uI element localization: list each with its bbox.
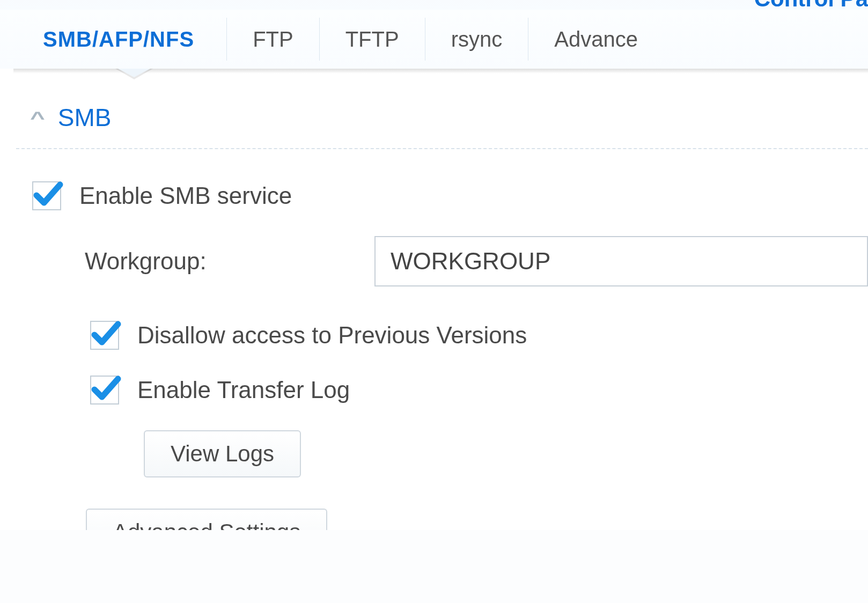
tab-smb-afp-nfs[interactable]: SMB/AFP/NFS — [16, 18, 226, 61]
tab-label: TFTP — [345, 27, 399, 52]
view-logs-row: View Logs — [32, 430, 868, 477]
view-logs-button[interactable]: View Logs — [144, 430, 301, 477]
transfer-log-row: Enable Transfer Log — [32, 376, 868, 405]
disallow-prev-checkbox[interactable] — [90, 321, 119, 350]
chevron-up-icon: ^ — [30, 107, 45, 128]
tab-label: rsync — [451, 27, 503, 52]
enable-smb-checkbox[interactable] — [32, 181, 61, 210]
check-icon — [90, 319, 122, 351]
transfer-log-label: Enable Transfer Log — [137, 377, 350, 403]
tab-advanced[interactable]: Advance — [528, 18, 664, 61]
tab-label: SMB/AFP/NFS — [43, 27, 194, 52]
button-label: View Logs — [171, 441, 274, 467]
tab-bar: SMB/AFP/NFS FTP TFTP rsync Advance — [0, 10, 868, 69]
disallow-prev-row: Disallow access to Previous Versions — [32, 321, 868, 350]
smb-settings-form: Enable SMB service Workgroup: Disallow a… — [16, 149, 868, 530]
window-header-strip: Control Pa — [0, 0, 868, 10]
tab-rsync[interactable]: rsync — [425, 18, 528, 61]
workgroup-label: Workgroup: — [85, 248, 374, 275]
enable-smb-label: Enable SMB service — [79, 182, 292, 209]
tab-tftp[interactable]: TFTP — [319, 18, 425, 61]
section-title: SMB — [58, 103, 112, 132]
section-toggle-smb[interactable]: ^ SMB — [16, 103, 868, 149]
advanced-settings-row: Advanced Settings — [32, 509, 868, 530]
transfer-log-checkbox[interactable] — [90, 376, 119, 405]
tab-label: Advance — [554, 27, 638, 52]
workgroup-row: Workgroup: — [32, 236, 868, 286]
content-area: ^ SMB Enable SMB service Workgroup: Disa… — [0, 69, 868, 530]
tab-pointer — [118, 69, 150, 77]
check-icon — [32, 179, 64, 211]
advanced-settings-button[interactable]: Advanced Settings — [86, 509, 327, 530]
tab-ftp[interactable]: FTP — [226, 18, 319, 61]
enable-smb-row: Enable SMB service — [32, 181, 868, 210]
tab-label: FTP — [253, 27, 293, 52]
button-label: Advanced Settings — [113, 519, 300, 530]
disallow-prev-label: Disallow access to Previous Versions — [137, 322, 527, 349]
workgroup-input[interactable] — [374, 236, 868, 286]
check-icon — [90, 373, 122, 406]
